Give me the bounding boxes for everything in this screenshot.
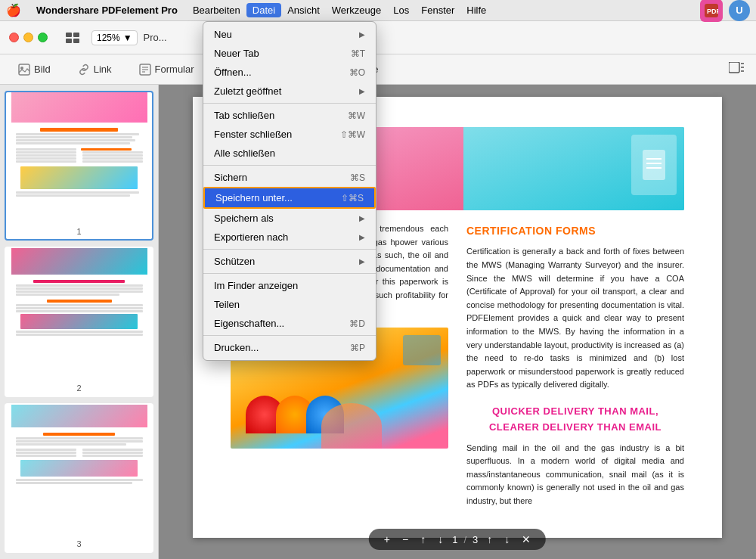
- menu-item-zuletzt-label: Zuletzt geöffnet: [214, 85, 359, 97]
- svg-rect-5: [73, 39, 79, 43]
- menu-item-neu-label: Neu: [214, 29, 359, 40]
- svg-rect-4: [66, 39, 72, 43]
- menu-item-zuletzt[interactable]: Zuletzt geöffnet ▶: [203, 82, 376, 101]
- menu-item-neuer-tab-label: Neuer Tab: [214, 48, 345, 59]
- menu-separator-4: [203, 273, 376, 274]
- menu-item-speichern-als-arrow: ▶: [359, 214, 365, 222]
- menu-item-schuetzen-label: Schützen: [214, 256, 359, 267]
- svg-rect-3: [73, 33, 79, 37]
- menu-werkzeuge[interactable]: Werkzeuge: [326, 3, 388, 17]
- menu-los[interactable]: Los: [387, 3, 415, 17]
- sub-toolbar: Bild Link Formular Schwärzen Werkzeuge: [0, 54, 756, 85]
- menu-item-sichern[interactable]: Sichern ⌘S: [203, 168, 376, 187]
- svg-rect-13: [729, 62, 739, 73]
- menu-item-neuer-tab-shortcut: ⌘T: [351, 48, 365, 59]
- menu-item-exportieren-arrow: ▶: [359, 233, 365, 241]
- menu-item-oeffnen-shortcut: ⌘O: [349, 67, 365, 78]
- maximize-window-button[interactable]: [38, 33, 48, 42]
- svg-rect-2: [66, 33, 72, 37]
- menu-item-sichern-label: Sichern: [214, 172, 344, 183]
- section-text-delivery: Sending mail in the oil and the gas indu…: [466, 442, 684, 508]
- menu-item-schuetzen-arrow: ▶: [359, 257, 365, 266]
- sub-toolbar-formular[interactable]: Formular: [133, 61, 200, 79]
- menu-item-teilen-label: Teilen: [214, 299, 365, 310]
- menu-item-oeffnen-label: Öffnen...: [214, 67, 343, 78]
- menu-item-alle-schliessen[interactable]: Alle schließen: [203, 144, 376, 163]
- menu-ansicht[interactable]: Ansicht: [281, 3, 326, 17]
- sidebar-page-1[interactable]: 1: [5, 91, 153, 241]
- sidebar: 1: [0, 85, 159, 559]
- page-num-3: 3: [76, 536, 81, 551]
- page-navigation[interactable]: + − ↑ ↓ 1 / 3 ↑ ↓ ✕: [369, 529, 546, 550]
- zoom-value: 125%: [97, 33, 120, 43]
- menu-item-alle-schliessen-label: Alle schließen: [214, 148, 365, 159]
- sub-toolbar-formular-label: Formular: [155, 64, 194, 75]
- page-num-2: 2: [76, 380, 81, 396]
- menu-bearbeiten[interactable]: Bearbeiten: [187, 3, 246, 17]
- apple-menu[interactable]: 🍎: [6, 3, 21, 17]
- menu-item-neu[interactable]: Neu ▶: [203, 25, 376, 44]
- sub-toolbar-link[interactable]: Link: [72, 61, 118, 79]
- page-separator: /: [463, 534, 466, 545]
- page-prev-button[interactable]: ↑: [484, 533, 495, 545]
- menu-item-exportieren-label: Exportieren nach: [214, 231, 359, 243]
- menu-item-exportieren[interactable]: Exportieren nach ▶: [203, 228, 376, 247]
- user-avatar[interactable]: U: [729, 0, 750, 21]
- menu-item-speichern-als-label: Speichern als: [214, 213, 359, 224]
- page-thumbnail-3: [11, 405, 147, 536]
- menu-fenster[interactable]: Fenster: [415, 3, 460, 17]
- menu-item-eigenschaften-label: Eigenschaften...: [214, 318, 343, 329]
- menu-item-drucken-shortcut: ⌘P: [350, 343, 365, 353]
- menu-item-oeffnen[interactable]: Öffnen... ⌘O: [203, 63, 376, 82]
- sidebar-page-3[interactable]: 3: [5, 403, 153, 553]
- page-num-1: 1: [76, 224, 81, 239]
- menu-item-speichern-unter[interactable]: Speichern unter... ⇧⌘S: [203, 187, 376, 209]
- zoom-selector[interactable]: 125% ▼: [91, 30, 138, 45]
- svg-rect-17: [643, 150, 665, 180]
- menu-item-fenster-schliessen-shortcut: ⇧⌘W: [340, 129, 365, 140]
- menu-separator-2: [203, 165, 376, 166]
- menu-hilfe[interactable]: Hilfe: [460, 3, 492, 17]
- menu-separator-3: [203, 249, 376, 250]
- page-thumbnail-1: [11, 92, 147, 224]
- view-mode-button[interactable]: [60, 30, 85, 46]
- menu-item-eigenschaften-shortcut: ⌘D: [349, 318, 365, 329]
- menu-item-tab-schliessen[interactable]: Tab schließen ⌘W: [203, 106, 376, 125]
- page-download-button[interactable]: ↓: [435, 533, 446, 545]
- close-window-button[interactable]: [9, 33, 19, 42]
- menu-item-fenster-schliessen[interactable]: Fenster schließen ⇧⌘W: [203, 125, 376, 144]
- page-close-button[interactable]: ✕: [519, 533, 534, 545]
- minimize-window-button[interactable]: [23, 33, 33, 42]
- menu-item-speichern-als[interactable]: Speichern als ▶: [203, 209, 376, 228]
- menu-item-fenster-schliessen-label: Fenster schließen: [214, 129, 334, 140]
- main-area: 1: [0, 85, 756, 559]
- page-current: 1: [452, 534, 457, 545]
- page-up-button[interactable]: ↑: [417, 533, 429, 545]
- window-controls: [9, 33, 48, 42]
- sidebar-page-2[interactable]: 2: [5, 247, 153, 396]
- menu-item-drucken-label: Drucken...: [214, 342, 344, 353]
- menu-item-im-finder[interactable]: Im Finder anzeigen: [203, 276, 376, 295]
- menu-item-speichern-unter-label: Speichern unter...: [215, 192, 335, 203]
- app-logo: PDF: [700, 0, 723, 22]
- datei-dropdown-menu[interactable]: Neu ▶ Neuer Tab ⌘T Öffnen... ⌘O Zuletzt …: [203, 21, 376, 361]
- sub-toolbar-bild[interactable]: Bild: [12, 61, 57, 79]
- menu-item-teilen[interactable]: Teilen: [203, 295, 376, 314]
- page-zoom-out-button[interactable]: −: [399, 533, 411, 545]
- menu-bar: 🍎 Wondershare PDFelement Pro Bearbeiten …: [0, 0, 756, 21]
- menu-item-schuetzen[interactable]: Schützen ▶: [203, 252, 376, 271]
- pdf-right-column: CERTIFICATION FORMS Certification is gen…: [466, 222, 684, 508]
- toolbar: 125% ▼ Pro...: [0, 21, 756, 54]
- menu-item-neuer-tab[interactable]: Neuer Tab ⌘T: [203, 44, 376, 63]
- menu-item-tab-schliessen-label: Tab schließen: [214, 110, 342, 121]
- menu-datei[interactable]: Datei: [246, 3, 281, 17]
- menu-item-im-finder-label: Im Finder anzeigen: [214, 280, 365, 291]
- page-next-button[interactable]: ↓: [501, 533, 513, 545]
- menu-item-speichern-unter-shortcut: ⇧⌘S: [341, 193, 364, 203]
- sub-toolbar-bild-label: Bild: [34, 64, 51, 75]
- menu-separator-1: [203, 103, 376, 104]
- page-zoom-in-button[interactable]: +: [381, 533, 393, 545]
- menu-item-eigenschaften[interactable]: Eigenschaften... ⌘D: [203, 314, 376, 333]
- page-thumbnail-2: [11, 248, 147, 380]
- menu-item-drucken[interactable]: Drucken... ⌘P: [203, 338, 376, 357]
